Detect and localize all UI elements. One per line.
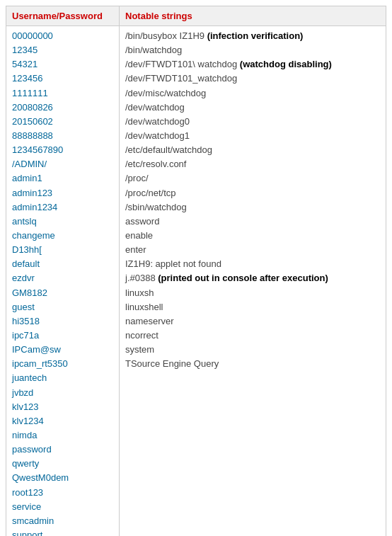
notable-item: ncorrect <box>125 329 380 343</box>
notable-item: /sbin/watchdog <box>125 200 380 215</box>
notable-item: system <box>125 343 380 357</box>
notable-item: linuxsh <box>125 286 380 300</box>
notable-item: /dev/misc/watchdog <box>125 86 380 101</box>
notable-item: IZ1H9: applet not found <box>125 257 380 271</box>
credential-item: ipc71a <box>12 329 113 343</box>
credential-item: D13hh[ <box>12 243 113 257</box>
notable-item: nameserver <box>125 314 380 329</box>
header-credentials: Username/Password <box>6 6 120 25</box>
credential-item: admin1234 <box>12 200 113 215</box>
notable-item: /proc/net/tcp <box>125 186 380 200</box>
notable-item: /dev/watchdog <box>125 101 380 115</box>
main-table: Username/Password Notable strings 000000… <box>6 6 386 536</box>
credential-item: QwestM0dem <box>12 471 113 485</box>
notable-bold: (printed out in console after execution) <box>158 273 328 283</box>
header-notable: Notable strings <box>120 6 386 25</box>
credential-item: 20080826 <box>12 101 113 115</box>
notable-item: j.#0388 (printed out in console after ex… <box>125 271 380 285</box>
credential-item: jvbzd <box>12 386 113 400</box>
notable-column: /bin/busybox IZ1H9 (infection verificati… <box>120 26 386 536</box>
credential-item: 123456 <box>12 72 113 86</box>
notable-item: TSource Engine Query <box>125 357 380 371</box>
notable-item: /proc/ <box>125 171 380 186</box>
credential-item: admin123 <box>12 186 113 200</box>
credential-item: 1234567890 <box>12 143 113 157</box>
notable-item: linuxshell <box>125 300 380 314</box>
credential-item: ipcam_rt5350 <box>12 357 113 371</box>
notable-item: /dev/FTWDT101_watchdog <box>125 72 380 86</box>
notable-item: /dev/FTWDT101\ watchdog (watchdog disabl… <box>125 57 380 72</box>
credential-item: 12345 <box>12 43 113 57</box>
credential-item: 1111111 <box>12 86 113 101</box>
credential-item: admin1 <box>12 171 113 186</box>
credential-item: default <box>12 257 113 271</box>
credential-item: 20150602 <box>12 115 113 129</box>
credential-item: klv123 <box>12 400 113 414</box>
credential-item: klv1234 <box>12 414 113 428</box>
credentials-column: 0000000012345543211234561111111200808262… <box>6 26 120 536</box>
notable-item: /dev/watchdog1 <box>125 129 380 143</box>
notable-item: assword <box>125 215 380 229</box>
credential-item: qwerty <box>12 457 113 471</box>
notable-item: /etc/resolv.conf <box>125 157 380 171</box>
credential-item: 54321 <box>12 57 113 72</box>
credential-item: changeme <box>12 229 113 243</box>
credential-item: support <box>12 528 113 536</box>
notable-item: /bin/busybox IZ1H9 (infection verificati… <box>125 29 380 43</box>
notable-bold: (infection verification) <box>207 30 304 41</box>
credential-item: ezdvr <box>12 271 113 285</box>
credential-item: smcadmin <box>12 514 113 528</box>
table-header: Username/Password Notable strings <box>6 6 386 26</box>
credential-item: antslq <box>12 215 113 229</box>
credential-item: 00000000 <box>12 29 113 43</box>
credential-item: hi3518 <box>12 314 113 329</box>
credential-item: /ADMIN/ <box>12 157 113 171</box>
notable-bold: (watchdog disabling) <box>240 59 332 69</box>
credential-item: IPCam@sw <box>12 343 113 357</box>
credential-item: 88888888 <box>12 129 113 143</box>
notable-item: /dev/watchdog0 <box>125 115 380 129</box>
table-body: 0000000012345543211234561111111200808262… <box>6 26 386 536</box>
credential-item: GM8182 <box>12 286 113 300</box>
notable-item: /etc/default/watchdog <box>125 143 380 157</box>
credential-item: nimda <box>12 428 113 443</box>
notable-item: enter <box>125 243 380 257</box>
notable-item: enable <box>125 229 380 243</box>
credential-item: juantech <box>12 371 113 385</box>
credential-item: service <box>12 500 113 514</box>
notable-item: /bin/watchdog <box>125 43 380 57</box>
credential-item: root123 <box>12 486 113 500</box>
credential-item: password <box>12 443 113 457</box>
credential-item: guest <box>12 300 113 314</box>
